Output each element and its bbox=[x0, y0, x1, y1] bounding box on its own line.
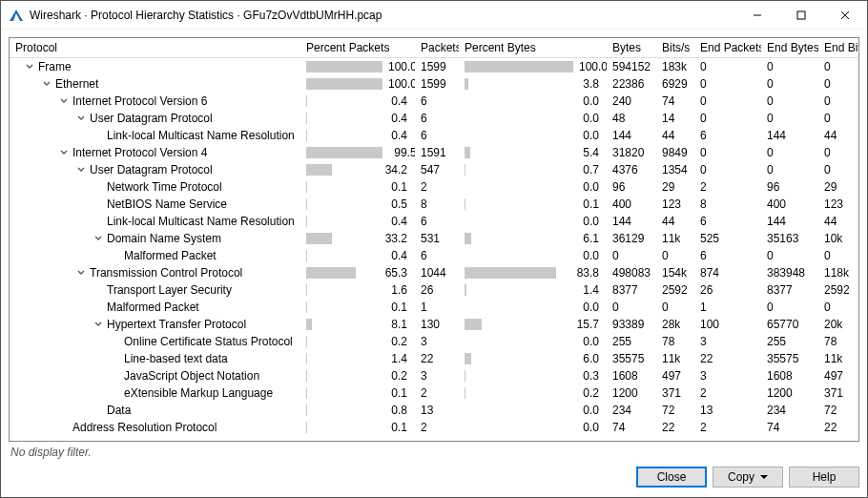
protocol-label: Online Certificate Status Protocol bbox=[124, 335, 293, 348]
bytes-value: 0 bbox=[607, 299, 656, 316]
packets-value: 130 bbox=[415, 316, 459, 333]
packets-value: 6 bbox=[415, 93, 459, 110]
col-end-bytes[interactable]: End Bytes bbox=[761, 38, 818, 58]
end-bytes-value: 400 bbox=[761, 196, 818, 213]
end-bits-value: 497 bbox=[818, 367, 859, 384]
protocol-label: Address Resolution Protocol bbox=[72, 421, 217, 434]
percent-bytes-value: 0.2 bbox=[567, 386, 601, 400]
content-area: Protocol Percent Packets Packets Percent… bbox=[1, 30, 867, 497]
packets-value: 6 bbox=[415, 110, 459, 127]
end-packets-value: 1 bbox=[694, 299, 761, 316]
packets-value: 531 bbox=[415, 230, 459, 247]
table-row[interactable]: Internet Protocol Version 499.515915.431… bbox=[10, 144, 859, 161]
bytes-value: 96 bbox=[607, 178, 656, 196]
col-packets[interactable]: Packets bbox=[415, 38, 459, 58]
table-row[interactable]: Transmission Control Protocol65.3104483.… bbox=[10, 264, 859, 281]
protocol-label: eXtensible Markup Language bbox=[124, 386, 273, 400]
col-bits-s[interactable]: Bits/s bbox=[656, 38, 694, 58]
titlebar: Wireshark · Protocol Hierarchy Statistic… bbox=[1, 1, 867, 30]
copy-button[interactable]: Copy bbox=[713, 467, 783, 488]
col-percent-packets[interactable]: Percent Packets bbox=[300, 38, 415, 58]
table-row[interactable]: User Datagram Protocol34.25470.743761354… bbox=[10, 161, 859, 178]
percent-packets-value: 65.3 bbox=[375, 266, 409, 280]
table-row[interactable]: User Datagram Protocol0.460.04814000 bbox=[10, 110, 859, 127]
table-row[interactable]: Malformed Packet0.460.000600 bbox=[10, 247, 859, 264]
bytes-value: 35575 bbox=[607, 350, 656, 367]
table-row[interactable]: Frame100.01599100.0594152183k000 bbox=[10, 58, 859, 75]
chevron-down-icon[interactable] bbox=[92, 319, 103, 330]
table-row[interactable]: Line-based text data1.4226.03557511k2235… bbox=[10, 350, 859, 367]
percent-bytes-value: 100.0 bbox=[575, 60, 607, 73]
window-title: Wireshark · Protocol Hierarchy Statistic… bbox=[30, 9, 382, 22]
end-bytes-value: 74 bbox=[761, 419, 818, 436]
table-row[interactable]: Ethernet100.015993.8223866929000 bbox=[10, 75, 859, 93]
protocol-table-container[interactable]: Protocol Percent Packets Packets Percent… bbox=[9, 37, 859, 442]
percent-bytes-value: 0.0 bbox=[567, 301, 601, 314]
help-button[interactable]: Help bbox=[789, 467, 859, 488]
end-bytes-value: 0 bbox=[761, 247, 818, 264]
bytes-value: 48 bbox=[607, 110, 656, 127]
bytes-value: 36129 bbox=[607, 230, 656, 247]
col-end-bits-s[interactable]: End Bits/s bbox=[818, 38, 859, 58]
table-row[interactable]: NetBIOS Name Service0.580.14001238400123 bbox=[10, 196, 859, 213]
col-percent-bytes[interactable]: Percent Bytes bbox=[459, 38, 607, 58]
col-bytes[interactable]: Bytes bbox=[607, 38, 656, 58]
end-bits-value: 78 bbox=[818, 333, 859, 350]
table-row[interactable]: Hypertext Transfer Protocol8.113015.7933… bbox=[10, 316, 859, 333]
close-button[interactable]: Close bbox=[636, 467, 707, 488]
chevron-down-icon[interactable] bbox=[57, 95, 69, 107]
close-window-button[interactable] bbox=[823, 1, 867, 30]
table-row[interactable]: Address Resolution Protocol0.120.0742227… bbox=[10, 419, 859, 436]
table-row[interactable]: Internet Protocol Version 60.460.0240740… bbox=[10, 93, 859, 110]
bytes-value: 594152 bbox=[607, 58, 656, 75]
chevron-down-icon[interactable] bbox=[74, 164, 86, 176]
chevron-down-icon[interactable] bbox=[92, 233, 103, 244]
minimize-button[interactable] bbox=[735, 1, 779, 30]
table-row[interactable]: Network Time Protocol0.120.0962929629 bbox=[10, 178, 859, 196]
table-row[interactable]: Online Certificate Status Protocol0.230.… bbox=[10, 333, 859, 350]
chevron-down-icon[interactable] bbox=[74, 267, 86, 279]
table-row[interactable]: Domain Name System33.25316.13612911k5253… bbox=[10, 230, 859, 247]
table-row[interactable]: JavaScript Object Notation0.230.31608497… bbox=[10, 367, 859, 384]
bytes-value: 1608 bbox=[607, 367, 656, 384]
table-row[interactable]: Link-local Multicast Name Resolution0.46… bbox=[10, 213, 859, 230]
end-packets-value: 525 bbox=[694, 230, 761, 247]
packets-value: 1591 bbox=[415, 144, 459, 161]
bits-value: 44 bbox=[656, 127, 694, 144]
bytes-value: 400 bbox=[607, 196, 656, 213]
end-bits-value: 0 bbox=[818, 110, 859, 127]
maximize-button[interactable] bbox=[779, 1, 823, 30]
end-bits-value: 0 bbox=[818, 299, 859, 316]
chevron-down-icon bbox=[109, 250, 120, 261]
chevron-down-icon[interactable] bbox=[57, 147, 69, 158]
chevron-down-icon bbox=[92, 198, 103, 210]
bits-value: 1354 bbox=[656, 161, 694, 178]
col-protocol[interactable]: Protocol bbox=[10, 38, 300, 58]
table-row[interactable]: eXtensible Markup Language0.120.21200371… bbox=[10, 384, 859, 402]
chevron-down-icon bbox=[109, 353, 120, 364]
table-row[interactable]: Data0.8130.0234721323472 bbox=[10, 402, 859, 419]
header-row: Protocol Percent Packets Packets Percent… bbox=[10, 38, 859, 58]
chevron-down-icon[interactable] bbox=[74, 113, 86, 124]
percent-packets-value: 0.1 bbox=[375, 421, 409, 434]
packets-value: 6 bbox=[415, 247, 459, 264]
bits-value: 497 bbox=[656, 367, 694, 384]
protocol-label: JavaScript Object Notation bbox=[124, 369, 259, 383]
chevron-down-icon[interactable] bbox=[23, 61, 34, 73]
end-bytes-value: 65770 bbox=[761, 316, 818, 333]
end-bits-value: 123 bbox=[818, 196, 859, 213]
table-row[interactable]: Malformed Packet0.110.000100 bbox=[10, 299, 859, 316]
table-row[interactable]: Transport Layer Security1.6261.483772592… bbox=[10, 281, 859, 299]
end-packets-value: 13 bbox=[694, 402, 761, 419]
chevron-down-icon bbox=[109, 370, 120, 382]
end-packets-value: 26 bbox=[694, 281, 761, 299]
bytes-value: 234 bbox=[607, 402, 656, 419]
end-packets-value: 6 bbox=[694, 213, 761, 230]
chevron-down-icon[interactable] bbox=[40, 78, 52, 90]
col-end-packets[interactable]: End Packets bbox=[694, 38, 761, 58]
table-row[interactable]: Link-local Multicast Name Resolution0.46… bbox=[10, 127, 859, 144]
end-bits-value: 0 bbox=[818, 161, 859, 178]
end-bits-value: 0 bbox=[818, 75, 859, 93]
bits-value: 0 bbox=[656, 247, 694, 264]
protocol-label: Transport Layer Security bbox=[107, 283, 232, 297]
